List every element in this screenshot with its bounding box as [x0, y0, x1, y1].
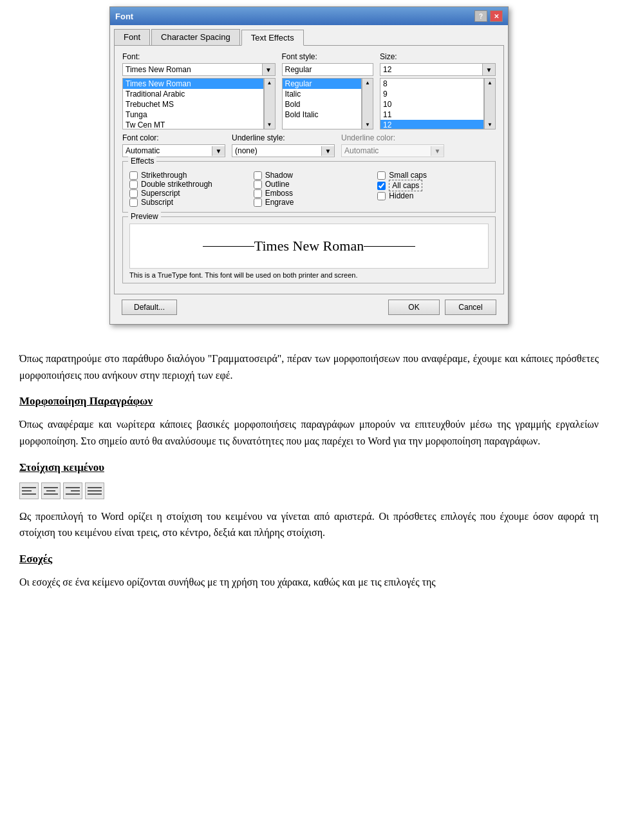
- size-dropdown-arrow[interactable]: ▼: [482, 64, 495, 75]
- default-button[interactable]: Default...: [122, 300, 177, 315]
- engrave-checkbox[interactable]: [254, 198, 262, 207]
- font-color-group: Font color: ▼: [122, 133, 225, 157]
- preview-legend: Preview: [128, 212, 161, 221]
- list-item[interactable]: Trebuchet MS: [123, 99, 263, 110]
- shadow-checkbox[interactable]: [254, 171, 262, 180]
- titlebar-controls: ? ✕: [474, 10, 503, 22]
- scroll-down-icon[interactable]: ▼: [487, 122, 492, 128]
- emboss-checkbox[interactable]: [254, 189, 262, 198]
- double-strikethrough-item: Double strikethrough: [129, 180, 241, 189]
- double-strikethrough-label: Double strikethrough: [141, 180, 212, 189]
- all-caps-checkbox[interactable]: [377, 182, 386, 190]
- all-caps-item: All caps: [377, 180, 489, 191]
- font-dialog: Font ? ✕ Font Character Spacing Text Eff…: [109, 6, 509, 325]
- style-label: Font style:: [282, 52, 374, 61]
- tab-font[interactable]: Font: [114, 29, 150, 45]
- list-item[interactable]: Tw Cen MT: [123, 120, 263, 129]
- effects-grid: Strikethrough Double strikethrough Super…: [129, 171, 489, 207]
- font-style-size-row: Font: ▼ Times New Roman Traditional Arab…: [122, 52, 496, 129]
- paragraph-2: Όπως αναφέραμε και νωρίτερα κάποιες βασι…: [19, 416, 599, 449]
- hidden-checkbox[interactable]: [377, 192, 386, 200]
- subscript-item: Subscript: [129, 198, 241, 207]
- double-strikethrough-checkbox[interactable]: [129, 180, 138, 189]
- underline-style-input[interactable]: [232, 145, 321, 157]
- style-input-box[interactable]: ▼: [282, 63, 374, 76]
- effects-section: Effects Strikethrough Double strikethrou…: [122, 161, 496, 213]
- cancel-button[interactable]: Cancel: [445, 300, 496, 315]
- superscript-checkbox[interactable]: [129, 189, 138, 198]
- font-color-input-box[interactable]: ▼: [122, 144, 225, 157]
- underline-style-input-box[interactable]: ▼: [232, 144, 335, 157]
- effects-col3: Small caps All caps Hidden: [377, 171, 489, 207]
- list-item[interactable]: Times New Roman: [123, 79, 263, 89]
- style-input[interactable]: [283, 64, 384, 75]
- subscript-label: Subscript: [141, 198, 173, 207]
- preview-underline-right: [364, 246, 415, 247]
- paragraph-1: Όπως παρατηρούμε στο παράθυρο διαλόγου "…: [19, 350, 599, 383]
- underline-color-input[interactable]: [342, 145, 431, 157]
- list-item[interactable]: 12: [380, 120, 483, 129]
- alignment-icons-row: [19, 482, 599, 499]
- tab-text-effects[interactable]: Text Effects: [241, 30, 304, 46]
- strikethrough-checkbox[interactable]: [129, 171, 138, 180]
- outline-checkbox[interactable]: [254, 180, 262, 189]
- font-dropdown-arrow[interactable]: ▼: [262, 64, 275, 75]
- ok-button[interactable]: OK: [388, 300, 440, 315]
- small-caps-label: Small caps: [389, 171, 427, 180]
- list-item[interactable]: Tunga: [123, 110, 263, 120]
- list-item[interactable]: 10: [380, 99, 483, 110]
- style-listbox[interactable]: Regular Italic Bold Bold Italic: [282, 78, 362, 129]
- font-input[interactable]: [123, 64, 262, 75]
- scroll-up-icon[interactable]: ▲: [365, 80, 370, 86]
- list-item[interactable]: Bold Italic: [283, 110, 362, 120]
- preview-underline-left: [203, 246, 254, 247]
- emboss-item: Emboss: [254, 189, 365, 198]
- size-list-scrollbar[interactable]: ▲ ▼: [484, 78, 496, 129]
- font-listbox[interactable]: Times New Roman Traditional Arabic Trebu…: [122, 78, 264, 129]
- font-color-input[interactable]: [123, 145, 212, 157]
- list-item[interactable]: Italic: [283, 89, 362, 99]
- font-color-dropdown-arrow[interactable]: ▼: [212, 146, 225, 156]
- scroll-up-icon[interactable]: ▲: [487, 80, 492, 86]
- list-item[interactable]: Regular: [283, 79, 362, 89]
- engrave-label: Engrave: [265, 198, 294, 207]
- align-justify-icon[interactable]: [85, 482, 104, 499]
- outline-item: Outline: [254, 180, 365, 189]
- scroll-up-icon[interactable]: ▲: [267, 80, 272, 86]
- list-item[interactable]: 8: [380, 79, 483, 89]
- align-center-icon[interactable]: [41, 482, 61, 499]
- list-item[interactable]: Traditional Arabic: [123, 89, 263, 99]
- list-item[interactable]: 11: [380, 110, 483, 120]
- strikethrough-label: Strikethrough: [141, 171, 187, 180]
- size-label: Size:: [380, 52, 496, 61]
- subscript-checkbox[interactable]: [129, 198, 138, 207]
- emboss-label: Emboss: [265, 189, 293, 198]
- underline-style-dropdown-arrow[interactable]: ▼: [321, 146, 334, 156]
- style-listbox-container: Regular Italic Bold Bold Italic ▲ ▼: [282, 78, 374, 129]
- size-input-box[interactable]: ▼: [380, 63, 496, 76]
- size-input[interactable]: [380, 64, 482, 75]
- font-list-scrollbar[interactable]: ▲ ▼: [264, 78, 276, 129]
- close-button[interactable]: ✕: [490, 10, 503, 22]
- scroll-down-icon[interactable]: ▼: [267, 122, 272, 128]
- help-button[interactable]: ?: [474, 10, 487, 22]
- small-caps-item: Small caps: [377, 171, 489, 180]
- underline-color-dropdown-arrow[interactable]: ▼: [431, 146, 444, 156]
- hidden-label: Hidden: [389, 191, 413, 200]
- main-content: Όπως παρατηρούμε στο παράθυρο διαλόγου "…: [0, 338, 618, 613]
- underline-color-input-box[interactable]: ▼: [341, 144, 444, 157]
- small-caps-checkbox[interactable]: [377, 171, 386, 180]
- font-input-box[interactable]: ▼: [122, 63, 276, 76]
- size-listbox[interactable]: 8 9 10 11 12: [380, 78, 484, 129]
- effects-col1: Strikethrough Double strikethrough Super…: [129, 171, 241, 207]
- scroll-down-icon[interactable]: ▼: [365, 122, 370, 128]
- tab-character-spacing[interactable]: Character Spacing: [151, 29, 240, 45]
- align-right-icon[interactable]: [63, 482, 82, 499]
- heading-text-alignment: Στοίχιση κειμένου: [19, 459, 599, 476]
- list-item[interactable]: 9: [380, 89, 483, 99]
- list-item[interactable]: Bold: [283, 99, 362, 110]
- style-list-scrollbar[interactable]: ▲ ▼: [362, 78, 373, 129]
- outline-label: Outline: [265, 180, 290, 189]
- all-caps-label: All caps: [389, 180, 422, 191]
- align-left-icon[interactable]: [19, 482, 39, 499]
